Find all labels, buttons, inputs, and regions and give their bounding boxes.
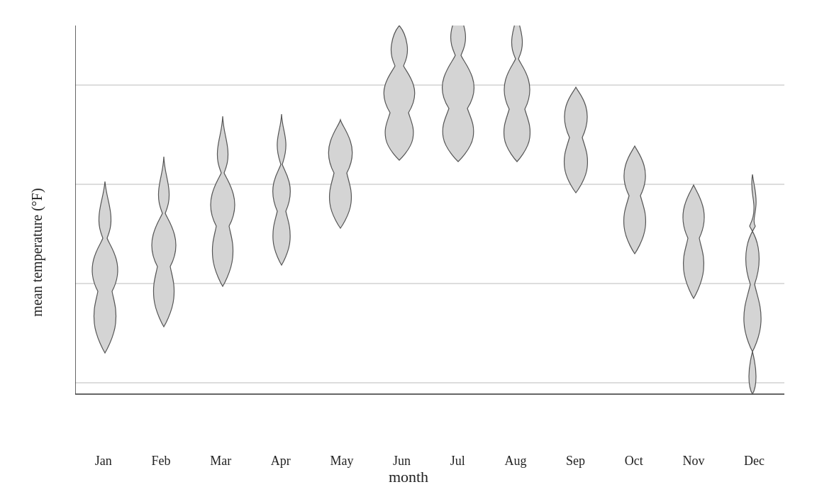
month-label-jan: Jan	[95, 454, 112, 469]
month-label-aug: Aug	[504, 454, 526, 469]
violin-dec	[744, 174, 761, 394]
violin-nov	[683, 185, 704, 298]
x-axis-label: month	[18, 468, 799, 486]
chart-area: 0 25 50 75	[75, 26, 784, 422]
violin-jan	[92, 181, 118, 353]
violin-mar	[211, 116, 235, 286]
violin-may	[328, 120, 352, 228]
violin-aug	[504, 26, 530, 162]
month-label-mar: Mar	[210, 454, 231, 469]
month-label-nov: Nov	[682, 454, 704, 469]
violin-apr	[273, 114, 291, 265]
month-label-sep: Sep	[566, 454, 585, 469]
month-label-jun: Jun	[393, 454, 411, 469]
month-label-apr: Apr	[271, 454, 291, 469]
violin-plot: 0 25 50 75	[75, 26, 784, 422]
violin-jul	[443, 26, 474, 162]
month-labels: Jan Feb Mar Apr May Jun Jul Aug Sep Oct …	[75, 454, 784, 469]
violin-sep	[565, 87, 588, 193]
y-axis-label: mean temperature (°F)	[29, 188, 45, 316]
month-label-oct: Oct	[625, 454, 643, 469]
month-label-dec: Dec	[744, 454, 765, 469]
month-label-jul: Jul	[450, 454, 465, 469]
month-label-feb: Feb	[151, 454, 170, 469]
violin-jun	[384, 26, 415, 160]
violin-oct	[624, 146, 646, 254]
violin-feb	[152, 157, 176, 327]
chart-container: mean temperature (°F) 0 25 50 75	[18, 11, 799, 493]
month-label-may: May	[330, 454, 353, 469]
